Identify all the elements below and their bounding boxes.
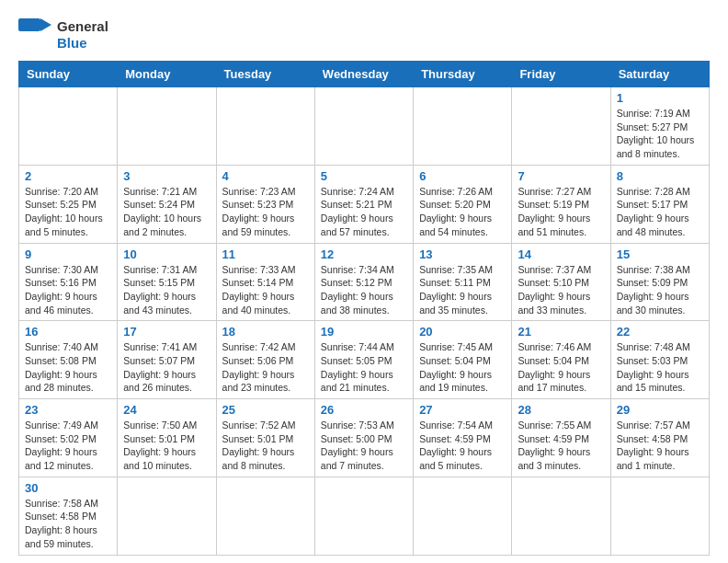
calendar-cell: 23Sunrise: 7:49 AM Sunset: 5:02 PM Dayli… [19, 399, 118, 477]
day-number: 20 [419, 325, 506, 339]
logo-text: General Blue [57, 18, 108, 52]
svg-marker-1 [40, 18, 51, 31]
logo: General Blue [18, 18, 108, 52]
day-number: 16 [25, 325, 111, 339]
day-info: Sunrise: 7:33 AM Sunset: 5:14 PM Dayligh… [222, 263, 309, 317]
day-number: 19 [321, 325, 407, 339]
day-number: 9 [25, 247, 111, 261]
day-info: Sunrise: 7:53 AM Sunset: 5:00 PM Dayligh… [321, 419, 407, 473]
day-of-week-header: Thursday [414, 62, 512, 87]
calendar-cell: 21Sunrise: 7:46 AM Sunset: 5:04 PM Dayli… [512, 321, 610, 399]
day-info: Sunrise: 7:30 AM Sunset: 5:16 PM Dayligh… [25, 263, 111, 317]
calendar-week-row: 23Sunrise: 7:49 AM Sunset: 5:02 PM Dayli… [19, 399, 710, 477]
day-number: 28 [518, 403, 604, 417]
calendar-header-row: SundayMondayTuesdayWednesdayThursdayFrid… [19, 62, 710, 87]
day-info: Sunrise: 7:28 AM Sunset: 5:17 PM Dayligh… [617, 185, 703, 239]
calendar-cell: 11Sunrise: 7:33 AM Sunset: 5:14 PM Dayli… [216, 243, 314, 321]
calendar-cell: 6Sunrise: 7:26 AM Sunset: 5:20 PM Daylig… [414, 165, 512, 243]
day-info: Sunrise: 7:21 AM Sunset: 5:24 PM Dayligh… [123, 185, 210, 239]
calendar-cell: 7Sunrise: 7:27 AM Sunset: 5:19 PM Daylig… [512, 165, 610, 243]
day-info: Sunrise: 7:52 AM Sunset: 5:01 PM Dayligh… [222, 419, 309, 473]
calendar-table: SundayMondayTuesdayWednesdayThursdayFrid… [18, 61, 710, 556]
day-info: Sunrise: 7:40 AM Sunset: 5:08 PM Dayligh… [25, 340, 111, 395]
day-number: 10 [123, 247, 210, 261]
day-number: 8 [617, 169, 703, 183]
calendar-week-row: 1Sunrise: 7:19 AM Sunset: 5:27 PM Daylig… [19, 87, 710, 166]
day-number: 27 [419, 403, 506, 417]
calendar-cell [118, 477, 216, 555]
calendar-cell: 19Sunrise: 7:44 AM Sunset: 5:05 PM Dayli… [314, 321, 413, 399]
day-number: 11 [222, 247, 309, 261]
day-info: Sunrise: 7:27 AM Sunset: 5:19 PM Dayligh… [518, 185, 604, 239]
calendar-cell: 24Sunrise: 7:50 AM Sunset: 5:01 PM Dayli… [118, 399, 216, 477]
day-info: Sunrise: 7:34 AM Sunset: 5:12 PM Dayligh… [321, 263, 407, 317]
day-number: 4 [222, 169, 309, 183]
calendar-cell: 2Sunrise: 7:20 AM Sunset: 5:25 PM Daylig… [19, 165, 118, 243]
calendar-cell: 14Sunrise: 7:37 AM Sunset: 5:10 PM Dayli… [512, 243, 610, 321]
calendar-cell: 26Sunrise: 7:53 AM Sunset: 5:00 PM Dayli… [314, 399, 413, 477]
calendar-cell: 20Sunrise: 7:45 AM Sunset: 5:04 PM Dayli… [414, 321, 512, 399]
day-info: Sunrise: 7:57 AM Sunset: 4:58 PM Dayligh… [617, 419, 703, 473]
calendar-cell [610, 477, 709, 555]
day-number: 24 [123, 403, 210, 417]
day-info: Sunrise: 7:19 AM Sunset: 5:27 PM Dayligh… [617, 107, 703, 161]
day-info: Sunrise: 7:26 AM Sunset: 5:20 PM Dayligh… [419, 185, 506, 239]
calendar-cell: 18Sunrise: 7:42 AM Sunset: 5:06 PM Dayli… [216, 321, 314, 399]
day-number: 15 [617, 247, 703, 261]
day-info: Sunrise: 7:42 AM Sunset: 5:06 PM Dayligh… [222, 340, 309, 395]
day-number: 7 [518, 169, 604, 183]
day-info: Sunrise: 7:54 AM Sunset: 4:59 PM Dayligh… [419, 419, 506, 473]
day-number: 2 [25, 169, 111, 183]
calendar-cell [216, 477, 314, 555]
day-number: 26 [321, 403, 407, 417]
day-number: 29 [617, 403, 703, 417]
day-number: 22 [617, 325, 703, 339]
calendar-cell [414, 87, 512, 166]
day-info: Sunrise: 7:45 AM Sunset: 5:04 PM Dayligh… [419, 340, 506, 395]
calendar-cell [512, 87, 610, 166]
day-info: Sunrise: 7:55 AM Sunset: 4:59 PM Dayligh… [518, 419, 604, 473]
day-number: 21 [518, 325, 604, 339]
calendar-cell: 25Sunrise: 7:52 AM Sunset: 5:01 PM Dayli… [216, 399, 314, 477]
logo-container: General Blue [18, 18, 108, 52]
day-number: 5 [321, 169, 407, 183]
calendar-cell: 8Sunrise: 7:28 AM Sunset: 5:17 PM Daylig… [610, 165, 709, 243]
day-info: Sunrise: 7:48 AM Sunset: 5:03 PM Dayligh… [617, 340, 703, 395]
day-info: Sunrise: 7:49 AM Sunset: 5:02 PM Dayligh… [25, 419, 111, 473]
calendar-cell: 13Sunrise: 7:35 AM Sunset: 5:11 PM Dayli… [414, 243, 512, 321]
logo-general: General [57, 18, 108, 35]
calendar-cell: 9Sunrise: 7:30 AM Sunset: 5:16 PM Daylig… [19, 243, 118, 321]
calendar-cell: 29Sunrise: 7:57 AM Sunset: 4:58 PM Dayli… [610, 399, 709, 477]
day-of-week-header: Wednesday [314, 62, 413, 87]
day-of-week-header: Monday [118, 62, 216, 87]
day-info: Sunrise: 7:41 AM Sunset: 5:07 PM Dayligh… [123, 340, 210, 395]
calendar-cell: 12Sunrise: 7:34 AM Sunset: 5:12 PM Dayli… [314, 243, 413, 321]
calendar-cell: 27Sunrise: 7:54 AM Sunset: 4:59 PM Dayli… [414, 399, 512, 477]
calendar-week-row: 2Sunrise: 7:20 AM Sunset: 5:25 PM Daylig… [19, 165, 710, 243]
day-of-week-header: Tuesday [216, 62, 314, 87]
calendar-week-row: 16Sunrise: 7:40 AM Sunset: 5:08 PM Dayli… [19, 321, 710, 399]
calendar-week-row: 30Sunrise: 7:58 AM Sunset: 4:58 PM Dayli… [19, 477, 710, 555]
calendar-cell [216, 87, 314, 166]
calendar-cell: 28Sunrise: 7:55 AM Sunset: 4:59 PM Dayli… [512, 399, 610, 477]
day-number: 12 [321, 247, 407, 261]
calendar-cell: 22Sunrise: 7:48 AM Sunset: 5:03 PM Dayli… [610, 321, 709, 399]
day-number: 13 [419, 247, 506, 261]
calendar-cell [512, 477, 610, 555]
day-info: Sunrise: 7:44 AM Sunset: 5:05 PM Dayligh… [321, 340, 407, 395]
day-number: 6 [419, 169, 506, 183]
day-number: 25 [222, 403, 309, 417]
day-info: Sunrise: 7:24 AM Sunset: 5:21 PM Dayligh… [321, 185, 407, 239]
calendar-cell [118, 87, 216, 166]
day-number: 30 [25, 481, 111, 495]
day-number: 3 [123, 169, 210, 183]
day-info: Sunrise: 7:58 AM Sunset: 4:58 PM Dayligh… [25, 497, 111, 551]
calendar-cell [414, 477, 512, 555]
calendar-cell: 10Sunrise: 7:31 AM Sunset: 5:15 PM Dayli… [118, 243, 216, 321]
calendar-cell: 15Sunrise: 7:38 AM Sunset: 5:09 PM Dayli… [610, 243, 709, 321]
calendar-cell [19, 87, 118, 166]
day-info: Sunrise: 7:31 AM Sunset: 5:15 PM Dayligh… [123, 263, 210, 317]
day-info: Sunrise: 7:46 AM Sunset: 5:04 PM Dayligh… [518, 340, 604, 395]
calendar-cell: 17Sunrise: 7:41 AM Sunset: 5:07 PM Dayli… [118, 321, 216, 399]
page-header: General Blue [18, 18, 710, 52]
